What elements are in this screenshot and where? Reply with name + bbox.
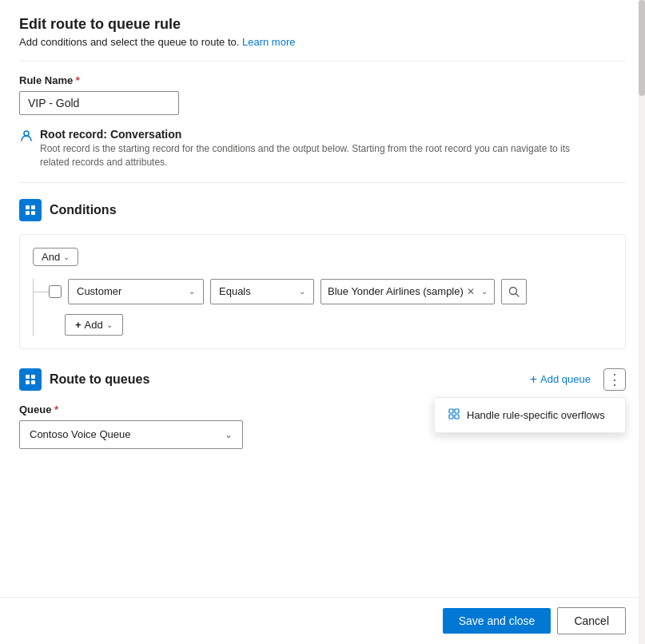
root-record-content: Root record: Conversation Root record is… bbox=[40, 128, 599, 169]
svg-rect-14 bbox=[455, 415, 459, 419]
horizontal-line bbox=[33, 292, 49, 292]
queue-dropdown[interactable]: Contoso Voice Queue ⌄ bbox=[19, 420, 243, 449]
queue-chevron-icon: ⌄ bbox=[225, 429, 233, 440]
add-condition-button[interactable]: + Add ⌄ bbox=[65, 314, 123, 336]
page-container: Edit route to queue rule Add conditions … bbox=[0, 0, 645, 644]
cancel-button[interactable]: Cancel bbox=[557, 607, 626, 634]
svg-rect-8 bbox=[31, 375, 35, 379]
overflow-dropdown-menu: Handle rule-specific overflows bbox=[434, 397, 626, 433]
svg-rect-11 bbox=[449, 409, 453, 413]
root-record-desc: Root record is the starting record for t… bbox=[40, 142, 599, 169]
add-icon: + bbox=[75, 319, 82, 331]
value-chevron-icon: ⌄ bbox=[481, 287, 488, 296]
condition-checkbox[interactable] bbox=[49, 285, 62, 298]
field-dropdown[interactable]: Customer ⌄ bbox=[68, 279, 204, 304]
route-header: Route to queues + Add queue ⋮ bbox=[19, 368, 626, 391]
root-record-title: Root record: Conversation bbox=[40, 128, 599, 141]
and-badge[interactable]: And ⌄ bbox=[33, 248, 78, 266]
vertical-line bbox=[33, 279, 34, 336]
scrollbar-thumb[interactable] bbox=[639, 0, 645, 96]
add-queue-plus-icon: + bbox=[530, 372, 537, 387]
more-options-button[interactable]: ⋮ bbox=[603, 368, 626, 391]
overflow-menu-icon bbox=[448, 407, 460, 423]
svg-rect-2 bbox=[31, 205, 35, 209]
route-icon bbox=[19, 368, 42, 391]
svg-rect-12 bbox=[455, 409, 459, 413]
and-chevron-icon: ⌄ bbox=[63, 252, 70, 261]
conditions-icon bbox=[19, 199, 42, 221]
condition-wrapper: Customer ⌄ Equals ⌄ Blue Yonder Airlines… bbox=[33, 279, 612, 336]
rule-name-field: Rule Name * bbox=[19, 74, 626, 115]
subtitle: Add conditions and select the queue to r… bbox=[19, 36, 626, 48]
add-chevron-icon: ⌄ bbox=[106, 320, 113, 329]
svg-rect-1 bbox=[26, 205, 30, 209]
route-section: Route to queues + Add queue ⋮ bbox=[19, 368, 626, 449]
value-dropdown[interactable]: Blue Yonder Airlines (sample) ✕ ⌄ bbox=[321, 279, 495, 304]
page-title: Edit route to queue rule bbox=[19, 16, 626, 33]
divider-2 bbox=[19, 182, 626, 183]
operator-dropdown[interactable]: Equals ⌄ bbox=[210, 279, 314, 304]
conditions-title: Conditions bbox=[50, 203, 117, 217]
svg-rect-9 bbox=[26, 380, 30, 384]
svg-rect-4 bbox=[31, 211, 35, 215]
root-record-section: Root record: Conversation Root record is… bbox=[19, 128, 626, 169]
route-title: Route to queues bbox=[50, 372, 149, 387]
required-star: * bbox=[76, 74, 80, 86]
svg-line-6 bbox=[516, 293, 519, 296]
svg-rect-13 bbox=[449, 415, 453, 419]
conditions-header: Conditions bbox=[19, 199, 626, 221]
svg-rect-7 bbox=[26, 375, 30, 379]
scrollbar-track bbox=[639, 0, 645, 644]
search-button[interactable] bbox=[501, 279, 527, 304]
operator-chevron-icon: ⌄ bbox=[299, 287, 305, 296]
learn-more-link[interactable]: Learn more bbox=[242, 36, 295, 48]
condition-row: Customer ⌄ Equals ⌄ Blue Yonder Airlines… bbox=[49, 279, 612, 304]
svg-rect-10 bbox=[31, 380, 35, 384]
rule-name-input[interactable] bbox=[19, 91, 179, 115]
add-queue-button[interactable]: + Add queue bbox=[524, 369, 597, 390]
handle-overflows-item[interactable]: Handle rule-specific overflows bbox=[435, 401, 625, 429]
conditions-section: Conditions And ⌄ Customer bbox=[19, 199, 626, 349]
route-header-right: + Add queue ⋮ bbox=[524, 368, 626, 391]
more-dots-icon: ⋮ bbox=[607, 372, 623, 387]
footer-bar: Save and close Cancel bbox=[0, 597, 645, 644]
field-chevron-icon: ⌄ bbox=[189, 287, 195, 296]
value-clear-icon[interactable]: ✕ bbox=[467, 286, 475, 297]
conditions-box: And ⌄ Customer ⌄ bbox=[19, 234, 626, 349]
queue-required-star: * bbox=[54, 403, 58, 415]
save-and-close-button[interactable]: Save and close bbox=[443, 608, 551, 634]
divider-1 bbox=[19, 61, 626, 62]
svg-point-0 bbox=[24, 131, 29, 136]
svg-rect-3 bbox=[26, 211, 30, 215]
rule-name-label: Rule Name * bbox=[19, 74, 626, 86]
value-tag: Blue Yonder Airlines (sample) ✕ bbox=[328, 285, 475, 297]
route-header-left: Route to queues bbox=[19, 368, 149, 391]
main-content: Edit route to queue rule Add conditions … bbox=[0, 0, 645, 597]
root-record-icon bbox=[19, 129, 34, 146]
